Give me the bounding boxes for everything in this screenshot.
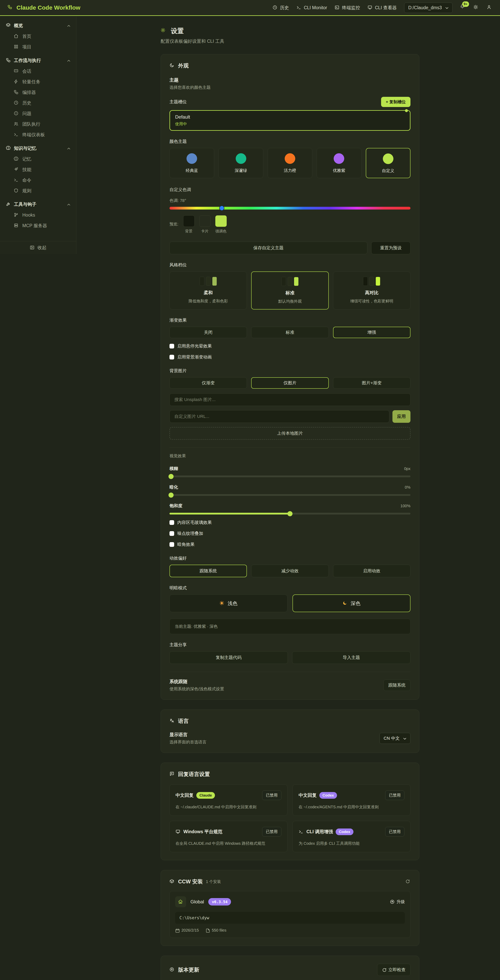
toggle-button[interactable]: 已禁用 [262, 827, 281, 837]
sidebar-item-sessions[interactable]: 会话 [0, 66, 76, 76]
ccw-global-install: Global v6.3.54 升级 C:\Users\dyw 2026/2/15… [170, 891, 411, 938]
bg-image-only-button[interactable]: 仅图片 [251, 377, 329, 389]
translate-icon [170, 718, 175, 724]
preview-swatch-bg: 背景 [183, 215, 195, 234]
sidebar-item-light-tasks[interactable]: 轻量任务 [0, 76, 76, 87]
nav-cli-viewer[interactable]: CLI 查看器 [368, 5, 397, 11]
motion-system-button[interactable]: 跟随系统 [170, 565, 247, 577]
apply-url-button[interactable]: 应用 [392, 410, 411, 423]
theme-card-elegant-purple[interactable]: 优雅紫 [317, 148, 361, 178]
copy-slot-button[interactable]: + 复制槽位 [381, 97, 411, 107]
sidebar-item-team-execution[interactable]: 团队执行 [0, 119, 76, 129]
gradient-enhanced-button[interactable]: 增强 [333, 327, 411, 338]
moon-icon [170, 63, 175, 68]
sidebar-item-issues[interactable]: 问题 [0, 108, 76, 119]
style-card-standard[interactable]: 标准 默认均衡外观 [251, 272, 329, 310]
unsplash-search-input[interactable] [170, 393, 411, 406]
glass-checkbox[interactable] [170, 520, 174, 525]
hue-slider[interactable] [170, 207, 411, 210]
noise-checkbox[interactable] [170, 531, 174, 536]
reset-preset-button[interactable]: 重置为预设 [371, 242, 411, 254]
chevron-down-icon [402, 737, 406, 740]
saturation-slider-thumb[interactable] [287, 511, 292, 516]
sidebar-item-terminal-dashboard[interactable]: 终端仪表板 [0, 129, 76, 140]
theme-card-classic-blue[interactable]: 经典蓝 [170, 148, 214, 178]
nav-terminal-monitor[interactable]: 终端监控 [335, 5, 360, 11]
motion-reduce-button[interactable]: 减少动效 [251, 565, 329, 577]
sidebar-group-overview[interactable]: 概览 [0, 20, 76, 31]
language-select[interactable]: CN 中文 [379, 733, 411, 744]
gear-icon [161, 28, 167, 35]
toggle-button[interactable]: 已禁用 [385, 827, 405, 837]
theme-card-vivid-orange[interactable]: 活力橙 [268, 148, 312, 178]
nav-cli-monitor[interactable]: CLI Monitor [297, 5, 327, 10]
darken-slider-thumb[interactable] [168, 493, 174, 498]
user-icon[interactable] [487, 5, 492, 11]
mini-swatch [369, 277, 374, 286]
sidebar-item-home[interactable]: 首页 [0, 31, 76, 41]
refresh-icon[interactable] [405, 879, 411, 884]
system-follow-button[interactable]: 跟随系统 [383, 679, 411, 691]
sidebar-item-rules[interactable]: 规则 [0, 185, 76, 196]
display-language-label: 显示语言 [170, 732, 206, 738]
custom-url-input[interactable] [170, 410, 389, 423]
swatch-background [183, 215, 195, 227]
settings-page: 设置 配置仪表板偏好设置和 CLI 工具 外观 主题 选择您喜欢的颜色主题 主题… [161, 16, 419, 980]
upgrade-button[interactable]: 升级 [390, 899, 405, 905]
theme-toggle-icon[interactable] [473, 5, 479, 11]
nav-history[interactable]: 历史 [273, 5, 289, 11]
sidebar-item-projects[interactable]: 项目 [0, 41, 76, 52]
reply-language-title: 回复语言设置 [170, 771, 411, 778]
upload-local-image-button[interactable]: 上传本地图片 [170, 427, 411, 440]
sidebar-item-memory[interactable]: 记忆 [0, 154, 76, 164]
bg-gradient-only-button[interactable]: 仅渐变 [170, 377, 247, 389]
saturation-slider[interactable] [170, 513, 411, 514]
refresh-icon [382, 968, 386, 972]
theme-card-custom[interactable]: 自定义 [366, 148, 411, 178]
light-mode-card[interactable]: 浅色 [170, 595, 287, 612]
mini-swatch [376, 277, 380, 286]
brain-icon [6, 146, 11, 151]
import-theme-button[interactable]: 导入主题 [292, 651, 411, 664]
style-card-soft[interactable]: 柔和 降低饱和度，柔和色彩 [170, 272, 247, 310]
toggle-button[interactable]: 已禁用 [385, 791, 405, 800]
gradient-off-button[interactable]: 关闭 [170, 327, 247, 338]
reply-card-windows: Windows 平台规范 已禁用 在全局 CLAUDE.md 中启用 Windo… [170, 821, 287, 852]
reply-card-claude: 中文回复 Claude 已禁用 在 ~/.claude/CLAUDE.md 中启… [170, 784, 287, 816]
swatch-accent [215, 215, 227, 227]
bg-animation-checkbox[interactable] [170, 355, 174, 360]
sidebar-item-hooks[interactable]: Hooks [0, 210, 76, 220]
theme-slot-default[interactable]: Default 使用中 [170, 110, 411, 131]
active-slot-dot [405, 109, 408, 112]
sidebar-group-tools[interactable]: 工具与钩子 [0, 199, 76, 210]
blur-slider[interactable] [170, 476, 411, 477]
hover-glow-checkbox[interactable] [170, 344, 174, 348]
dark-mode-card[interactable]: 深色 [292, 595, 411, 612]
darken-slider[interactable] [170, 494, 411, 496]
chevron-up-icon [67, 24, 70, 27]
toggle-button[interactable]: 已禁用 [262, 791, 281, 800]
brain-icon [14, 156, 19, 162]
sidebar-collapse-button[interactable]: 收起 [0, 241, 76, 254]
notifications-button[interactable]: 9+ [460, 4, 466, 11]
style-card-high-contrast[interactable]: 高对比 增强可读性，色彩更鲜明 [333, 272, 411, 310]
motion-enable-button[interactable]: 启用动效 [333, 565, 411, 577]
vignette-checkbox[interactable] [170, 542, 174, 547]
bg-image-gradient-button[interactable]: 图片+渐变 [333, 377, 411, 389]
blur-slider-thumb[interactable] [168, 474, 174, 479]
sidebar-item-commands[interactable]: 命令 [0, 175, 76, 185]
project-selector[interactable]: D:/Claude_dms3 [404, 3, 452, 13]
hue-slider-thumb[interactable] [219, 205, 224, 211]
sidebar-group-knowledge[interactable]: 知识与记忆 [0, 143, 76, 154]
save-custom-theme-button[interactable]: 保存自定义主题 [170, 242, 367, 254]
bg-animation-row: 启用背景渐变动画 [170, 354, 411, 360]
theme-card-deep-green[interactable]: 深邃绿 [219, 148, 263, 178]
check-now-button[interactable]: 立即检查 [377, 964, 411, 976]
sidebar-group-workflow[interactable]: 工作流与执行 [0, 55, 76, 66]
sidebar-item-orchestrator[interactable]: 编排器 [0, 87, 76, 98]
copy-theme-code-button[interactable]: 复制主题代码 [170, 651, 288, 664]
sidebar-item-mcp-servers[interactable]: MCP 服务器 [0, 220, 76, 231]
gradient-standard-button[interactable]: 标准 [251, 327, 329, 338]
sidebar-item-history[interactable]: 历史 [0, 98, 76, 108]
sidebar-item-skills[interactable]: 技能 [0, 164, 76, 175]
